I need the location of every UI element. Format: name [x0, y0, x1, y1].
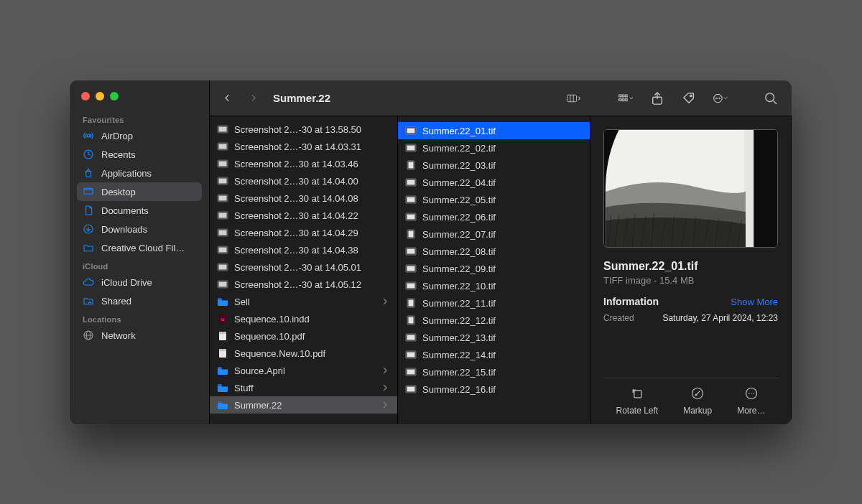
- sidebar-item-desktop[interactable]: Desktop: [77, 182, 202, 201]
- file-row[interactable]: Summer.22_15.tif: [398, 363, 590, 381]
- file-name: Stuff: [234, 383, 377, 393]
- svg-rect-2: [84, 188, 93, 194]
- svg-rect-84: [407, 387, 415, 392]
- svg-rect-62: [407, 197, 415, 202]
- file-row[interactable]: Summer.22_07.tif: [398, 225, 590, 243]
- tif-icon: [405, 384, 417, 394]
- file-row[interactable]: Summer.22_11.tif: [398, 294, 590, 312]
- column-1[interactable]: Screenshot 2…-30 at 13.58.50Screenshot 2…: [210, 116, 398, 424]
- file-row[interactable]: Screenshot 2…-30 at 14.03.31: [210, 138, 397, 155]
- preview-thumbnail[interactable]: [603, 129, 778, 248]
- file-row[interactable]: Summer.22_04.tif: [398, 174, 590, 191]
- sidebar-item-recents[interactable]: Recents: [77, 145, 202, 164]
- close-icon[interactable]: [81, 92, 90, 101]
- sidebar-item-label: Shared: [101, 296, 131, 307]
- file-name: Summer.22_09.tif: [422, 263, 583, 274]
- file-row[interactable]: Summer.22_01.tif: [398, 122, 590, 139]
- file-row[interactable]: Screenshot 2…-30 at 14.05.01: [210, 258, 397, 276]
- file-name: Sell: [234, 297, 377, 307]
- file-row[interactable]: Summer.22_09.tif: [398, 260, 590, 277]
- file-row[interactable]: Screenshot 2…30 at 14.04.08: [210, 190, 397, 207]
- file-row[interactable]: Sequence.New.10.pdf: [210, 345, 397, 362]
- toolbar: Summer.22: [210, 80, 792, 116]
- svg-line-26: [774, 101, 777, 104]
- clock-icon: [83, 149, 94, 160]
- quick-action-rotate[interactable]: Rotate Left: [616, 386, 658, 416]
- file-name: Summer.22_05.tif: [422, 195, 583, 205]
- action-menu-button[interactable]: [710, 89, 731, 108]
- zoom-icon[interactable]: [110, 92, 119, 101]
- svg-rect-40: [219, 230, 227, 235]
- file-row[interactable]: Summer.22_06.tif: [398, 208, 590, 225]
- file-row[interactable]: Screenshot 2…-30 at 14.05.12: [210, 276, 397, 293]
- file-row[interactable]: Summer.22_12.tif: [398, 312, 590, 329]
- share-button[interactable]: [646, 89, 668, 108]
- file-row[interactable]: Summer.22_05.tif: [398, 191, 590, 208]
- file-row[interactable]: Stuff: [210, 379, 397, 396]
- svg-rect-30: [219, 144, 227, 149]
- svg-point-24: [720, 98, 720, 98]
- quick-action-markup[interactable]: Markup: [683, 386, 712, 416]
- file-row[interactable]: Screenshot 2…30 at 14.03.46: [210, 155, 397, 172]
- folder-icon: [217, 297, 228, 307]
- tags-button[interactable]: [678, 89, 700, 108]
- svg-rect-14: [622, 95, 624, 97]
- file-row[interactable]: Screenshot 2…30 at 14.04.38: [210, 241, 397, 258]
- show-more-button[interactable]: Show More: [731, 297, 778, 307]
- svg-text:Id: Id: [221, 317, 225, 322]
- search-button[interactable]: [760, 89, 782, 108]
- svg-rect-42: [219, 248, 227, 253]
- sidebar-item-documents[interactable]: Documents: [77, 201, 202, 220]
- file-name: Screenshot 2…30 at 14.04.08: [234, 193, 390, 204]
- apps-icon: [83, 167, 94, 179]
- file-row[interactable]: Sell: [210, 293, 397, 310]
- minimize-icon[interactable]: [96, 92, 104, 101]
- tif-icon: [405, 263, 417, 274]
- forward-button[interactable]: [243, 88, 263, 108]
- file-row[interactable]: Summer.22_14.tif: [398, 346, 590, 363]
- sidebar-item-applications[interactable]: Applications: [77, 164, 202, 182]
- tif-icon: [405, 212, 417, 222]
- file-name: Screenshot 2…-30 at 13.58.50: [234, 124, 390, 135]
- file-name: Screenshot 2…30 at 14.04.22: [234, 210, 390, 221]
- file-row[interactable]: Summer.22: [210, 396, 397, 414]
- chevron-right-icon: [383, 297, 390, 307]
- desktop-icon: [83, 186, 94, 197]
- file-row[interactable]: Sequence.10.pdf: [210, 327, 397, 345]
- file-row[interactable]: Summer.22_13.tif: [398, 329, 590, 346]
- file-name: Summer.22_10.tif: [422, 281, 583, 291]
- sidebar-item-downloads[interactable]: Downloads: [77, 220, 202, 238]
- back-button[interactable]: [217, 88, 237, 108]
- sidebar-item-airdrop[interactable]: AirDrop: [77, 126, 202, 145]
- file-row[interactable]: Screenshot 2…30 at 14.04.29: [210, 224, 397, 241]
- chevron-right-icon: [383, 383, 390, 393]
- file-name: Screenshot 2…30 at 14.04.29: [234, 228, 390, 238]
- file-row[interactable]: Summer.22_02.tif: [398, 139, 590, 157]
- sidebar-item-shared[interactable]: Shared: [77, 291, 202, 310]
- file-row[interactable]: Screenshot 2…30 at 14.04.00: [210, 172, 397, 190]
- quick-action-more[interactable]: More…: [737, 386, 765, 416]
- sidebar-item-label: Creative Cloud Fil…: [101, 243, 185, 253]
- file-row[interactable]: Source.April: [210, 362, 397, 379]
- sidebar-item-network[interactable]: Network: [77, 326, 202, 345]
- file-row[interactable]: Summer.22_10.tif: [398, 277, 590, 294]
- file-row[interactable]: Summer.22_16.tif: [398, 381, 590, 398]
- sidebar-item-label: Desktop: [101, 187, 136, 197]
- file-row[interactable]: IdSequence.10.indd: [210, 310, 397, 327]
- file-row[interactable]: Summer.22_03.tif: [398, 157, 590, 174]
- group-button[interactable]: [615, 89, 636, 108]
- file-row[interactable]: Screenshot 2…30 at 14.04.22: [210, 207, 397, 224]
- file-name: Screenshot 2…-30 at 14.05.12: [234, 279, 390, 290]
- sidebar-item-creative-cloud-fil-[interactable]: Creative Cloud Fil…: [77, 238, 202, 257]
- view-columns-button[interactable]: [563, 89, 585, 108]
- file-name: Screenshot 2…30 at 14.04.38: [234, 245, 390, 256]
- svg-rect-36: [219, 196, 227, 201]
- svg-point-22: [716, 98, 717, 98]
- quick-action-label: Markup: [683, 406, 712, 416]
- column-2[interactable]: Summer.22_01.tifSummer.22_02.tifSummer.2…: [398, 116, 590, 424]
- sidebar-item-icloud-drive[interactable]: iCloud Drive: [77, 273, 202, 291]
- file-row[interactable]: Screenshot 2…-30 at 13.58.50: [210, 121, 397, 138]
- preview-column: Summer.22_01.tif TIFF image - 15.4 MB In…: [590, 116, 792, 424]
- file-row[interactable]: Summer.22_08.tif: [398, 243, 590, 260]
- shared-icon: [83, 295, 94, 307]
